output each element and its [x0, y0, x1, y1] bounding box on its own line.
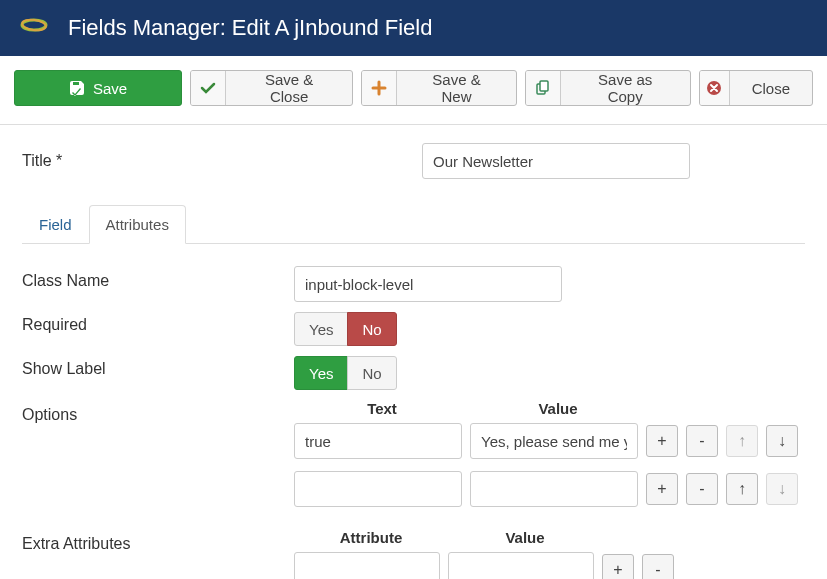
save-button[interactable]: Save	[14, 70, 182, 106]
title-input[interactable]	[422, 143, 690, 179]
extra-remove-button[interactable]: -	[642, 554, 674, 579]
option-text-input[interactable]	[294, 423, 462, 459]
show-label-toggle: Yes No	[294, 356, 397, 390]
required-yes-button[interactable]: Yes	[294, 312, 348, 346]
extra-value-input[interactable]	[448, 552, 594, 579]
svg-rect-3	[540, 81, 548, 91]
option-add-button[interactable]: +	[646, 425, 678, 457]
extra-row: + -	[294, 552, 805, 579]
app-icon	[18, 12, 50, 44]
extra-add-button[interactable]: +	[602, 554, 634, 579]
show-label-no-button[interactable]: No	[347, 356, 396, 390]
close-icon	[700, 71, 730, 105]
extra-attributes-label: Extra Attributes	[22, 529, 294, 553]
options-text-header: Text	[294, 400, 470, 417]
extra-value-header: Value	[448, 529, 602, 546]
tab-field[interactable]: Field	[22, 205, 89, 244]
required-label: Required	[22, 312, 294, 334]
toolbar: Save Save & Close Save & New Save as Cop…	[0, 56, 827, 125]
option-add-button[interactable]: +	[646, 473, 678, 505]
content: Title * Field Attributes Class Name Requ…	[0, 125, 827, 579]
option-text-input[interactable]	[294, 471, 462, 507]
option-down-button: ↓	[766, 473, 798, 505]
save-close-button[interactable]: Save & Close	[190, 70, 353, 106]
options-value-header: Value	[470, 400, 646, 417]
check-icon	[191, 71, 226, 105]
extra-attr-header: Attribute	[294, 529, 448, 546]
tab-attributes[interactable]: Attributes	[89, 205, 186, 244]
option-up-button[interactable]: ↑	[726, 473, 758, 505]
option-row: + - ↑ ↓	[294, 423, 805, 459]
show-label-label: Show Label	[22, 356, 294, 378]
option-down-button[interactable]: ↓	[766, 425, 798, 457]
extra-attr-input[interactable]	[294, 552, 440, 579]
class-name-input[interactable]	[294, 266, 562, 302]
save-copy-button[interactable]: Save as Copy	[525, 70, 691, 106]
save-new-button[interactable]: Save & New	[361, 70, 517, 106]
options-label: Options	[22, 400, 294, 424]
title-label: Title *	[22, 152, 422, 170]
save-icon	[69, 80, 85, 96]
option-remove-button[interactable]: -	[686, 425, 718, 457]
show-label-yes-button[interactable]: Yes	[294, 356, 348, 390]
option-value-input[interactable]	[470, 423, 638, 459]
copy-icon	[526, 71, 561, 105]
page-title: Fields Manager: Edit A jInbound Field	[68, 15, 432, 41]
option-remove-button[interactable]: -	[686, 473, 718, 505]
close-button[interactable]: Close	[699, 70, 813, 106]
plus-icon	[362, 71, 397, 105]
option-row: + - ↑ ↓	[294, 471, 805, 507]
page-header: Fields Manager: Edit A jInbound Field	[0, 0, 827, 56]
option-value-input[interactable]	[470, 471, 638, 507]
class-name-label: Class Name	[22, 266, 294, 290]
tabs: Field Attributes	[22, 205, 805, 244]
required-toggle: Yes No	[294, 312, 397, 346]
option-up-button: ↑	[726, 425, 758, 457]
required-no-button[interactable]: No	[347, 312, 396, 346]
